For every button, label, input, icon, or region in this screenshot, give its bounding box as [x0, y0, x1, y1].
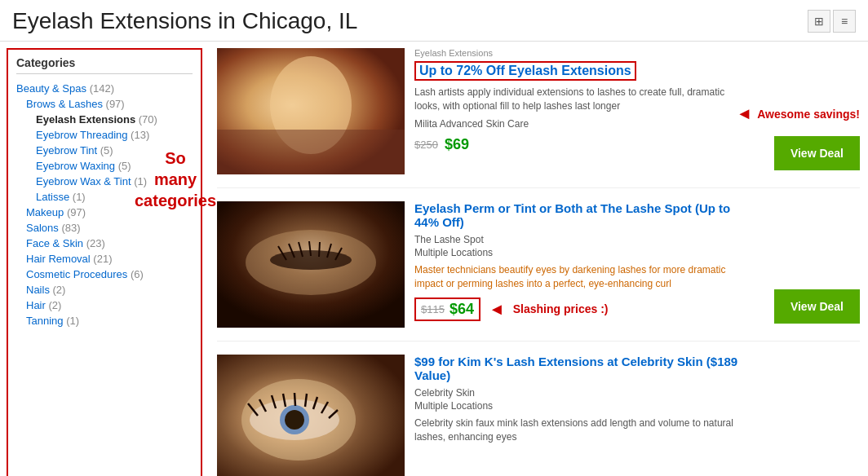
sidebar-title: Categories [16, 56, 193, 74]
sidebar-item-eyebrow-threading[interactable]: Eyebrow Threading (13) [16, 127, 193, 143]
sidebar-item-nails[interactable]: Nails (2) [16, 282, 193, 298]
deal-price-original-2: $115 [421, 303, 445, 315]
deal-category-1: Eyelash Extensions [414, 48, 726, 58]
sidebar-annotation: Somanycategories [135, 148, 216, 211]
awesome-annotation-1: Awesome savings! [757, 108, 860, 121]
sidebar-item-cosmetic-procedures[interactable]: Cosmetic Procedures (6) [16, 267, 193, 282]
svg-line-22 [294, 393, 295, 406]
sidebar-item-label: Hair Removal [26, 253, 93, 265]
sidebar-item-label: Beauty & Spas [16, 82, 90, 95]
deal-title-1[interactable]: Up to 72% Off Eyelash Extensions [414, 61, 636, 81]
svg-rect-2 [217, 130, 405, 174]
deal-card-3: $99 for Kim K's Lash Extensions at Celeb… [217, 355, 860, 476]
deal-merchant-2: The Lashe Spot [414, 234, 752, 245]
sidebar-item-label: Tanning [26, 315, 66, 327]
sidebar-item-label: Eyebrow Tint [36, 144, 100, 156]
arrow-right-icon-2: ◄ [489, 300, 505, 319]
deal-info-3: $99 for Kim K's Lash Extensions at Celeb… [405, 355, 762, 476]
deal-image-2 [217, 201, 405, 328]
deal-image-3 [217, 355, 405, 476]
sidebar-item-label: Makeup [26, 206, 67, 218]
deal-description-1: Lash artists apply individual extensions… [414, 86, 726, 113]
sidebar-item-label: Nails [26, 284, 53, 296]
page-header: Eyelash Extensions in Chicago, IL ⊞ ≡ [0, 0, 868, 42]
sidebar-item-hair[interactable]: Hair (2) [16, 298, 193, 313]
deals-content: Eyelash Extensions Up to 72% Off Eyelash… [209, 42, 868, 476]
list-view-button[interactable]: ≡ [833, 10, 856, 33]
view-deal-button-1[interactable]: View Deal [774, 136, 860, 170]
sidebar-item-label: Eyebrow Threading [36, 129, 131, 141]
deal-info-2: Eyelash Perm or Tint or Both at The Lash… [405, 201, 762, 328]
sidebar-item-beauty-spas[interactable]: Beauty & Spas (142) [16, 81, 193, 96]
arrow-right-icon-1: ◄ [736, 104, 752, 123]
view-deal-button-2[interactable]: View Deal [774, 289, 860, 324]
sidebar-item-label: Cosmetic Procedures [26, 268, 131, 280]
sidebar-item-label: Brows & Lashes [26, 98, 106, 110]
page-title: Eyelash Extensions in Chicago, IL [12, 8, 357, 34]
deal-title-3[interactable]: $99 for Kim K's Lash Extensions at Celeb… [414, 355, 752, 382]
sidebar-item-label: Face & Skin [26, 237, 86, 249]
deal-card-2: Eyelash Perm or Tint or Both at The Lash… [217, 201, 860, 342]
view-toggle: ⊞ ≡ [808, 10, 856, 33]
deal-actions-2: View Deal [762, 201, 860, 328]
sidebar-item-label: Latisse [36, 191, 73, 203]
deal-info-1: Eyelash Extensions Up to 72% Off Eyelash… [405, 48, 736, 174]
deal-price-original-1: $250 [414, 139, 438, 151]
deal-image-1 [217, 48, 405, 174]
svg-point-17 [285, 410, 304, 430]
deal-description-2: Master technicians beautify eyes by dark… [414, 263, 752, 291]
deal-actions-3 [762, 355, 860, 476]
sidebar-item-label: Eyebrow Waxing [36, 160, 118, 172]
sidebar-item-eyelash-extensions[interactable]: Eyelash Extensions (70) [16, 112, 193, 127]
deal-title-2[interactable]: Eyelash Perm or Tint or Both at The Lash… [414, 201, 752, 229]
sidebar-item-salons[interactable]: Salons (83) [16, 220, 193, 236]
sidebar-item-face-skin[interactable]: Face & Skin (23) [16, 236, 193, 251]
sidebar-item-label: Eyelash Extensions [36, 113, 139, 126]
deal-merchant-3: Celebrity Skin [414, 387, 752, 399]
svg-line-10 [319, 242, 320, 257]
deal-description-3: Celebrity skin faux mink lash extensions… [414, 416, 752, 444]
slashing-annotation-2: Slashing prices :) [513, 302, 609, 315]
grid-view-button[interactable]: ⊞ [808, 10, 830, 33]
main-layout: Categories Beauty & Spas (142) Brows & L… [0, 42, 868, 476]
deal-actions-1: ◄ Awesome savings! View Deal [736, 48, 860, 174]
sidebar-item-brows-lashes[interactable]: Brows & Lashes (97) [16, 96, 193, 112]
sidebar-item-label: Salons [26, 222, 61, 234]
sidebar: Categories Beauty & Spas (142) Brows & L… [7, 48, 202, 476]
deal-price-sale-1: $69 [445, 136, 469, 153]
deal-card-1: Eyelash Extensions Up to 72% Off Eyelash… [217, 48, 860, 188]
sidebar-item-label: Eyebrow Wax & Tint [36, 175, 134, 187]
deal-location-2: Multiple Locations [414, 247, 752, 258]
deal-price-box-2: $115 $64 [414, 298, 480, 321]
sidebar-item-label: Hair [26, 299, 48, 311]
deal-price-sale-2: $64 [450, 301, 474, 318]
sidebar-item-tanning[interactable]: Tanning (1) [16, 313, 193, 328]
deal-merchant-1: Milita Advanced Skin Care [414, 118, 726, 130]
deal-location-3: Multiple Locations [414, 400, 752, 412]
sidebar-item-hair-removal[interactable]: Hair Removal (21) [16, 251, 193, 267]
